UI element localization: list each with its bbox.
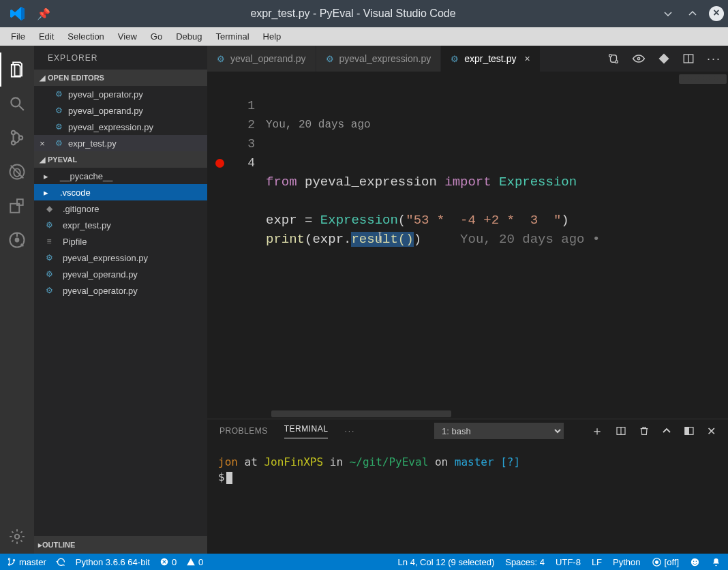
sidebar: EXPLORER ◢ OPEN EDITORS ×⚙pyeval_operato… xyxy=(34,46,207,554)
menu-selection[interactable]: Selection xyxy=(61,31,110,42)
term-prompt: $ xyxy=(218,470,225,483)
file-item[interactable]: ⚙pyeval_operand.py xyxy=(34,266,207,282)
svg-point-14 xyxy=(616,61,618,63)
pin-icon[interactable]: 📌 xyxy=(37,7,50,20)
editor-tab[interactable]: ⚙pyeval_expression.py xyxy=(316,46,442,72)
panel-layout-icon[interactable] xyxy=(684,425,695,436)
status-warnings[interactable]: 0 xyxy=(186,557,203,567)
menu-terminal[interactable]: Terminal xyxy=(209,31,256,42)
statusbar: master Python 3.6.6 64-bit 0 0 Ln 4, Col… xyxy=(0,554,728,570)
terminal-new-icon[interactable]: ＋ xyxy=(591,423,603,439)
maximize-button[interactable] xyxy=(684,5,701,22)
status-spaces[interactable]: Spaces: 4 xyxy=(505,557,545,567)
activity-scm[interactable] xyxy=(0,121,34,155)
activity-debug[interactable] xyxy=(0,155,34,189)
menu-file[interactable]: File xyxy=(4,31,32,42)
activity-extensions[interactable] xyxy=(0,189,34,223)
panel-close-icon[interactable]: ✕ xyxy=(707,425,716,438)
file-item[interactable]: ≡Pipfile xyxy=(34,233,207,250)
folder-item[interactable]: ▸.vscode xyxy=(34,184,207,200)
diamond-icon[interactable] xyxy=(658,52,670,65)
code-line[interactable]: expr = Expression("53 * -4 +2 * 3 ") xyxy=(266,211,728,230)
close-tab-icon[interactable]: × xyxy=(524,53,530,64)
open-editor-item[interactable]: ×⚙pyeval_operator.py xyxy=(34,86,207,102)
panel-more-icon[interactable]: ··· xyxy=(344,426,355,436)
status-bell-icon[interactable] xyxy=(711,557,721,567)
horizontal-scrollbar[interactable] xyxy=(271,410,451,417)
tab-label: pyeval_expression.py xyxy=(339,53,431,64)
file-item[interactable]: ⚙expr_test.py xyxy=(34,217,207,233)
file-item[interactable]: ⚙pyeval_operator.py xyxy=(34,282,207,299)
term-in: in xyxy=(323,455,350,468)
open-editor-item[interactable]: ×⚙pyeval_operand.py xyxy=(34,102,207,119)
open-editor-item[interactable]: ×⚙expr_test.py xyxy=(34,135,207,151)
open-editor-item[interactable]: ×⚙pyeval_expression.py xyxy=(34,119,207,135)
activity-gitlens[interactable] xyxy=(0,223,34,257)
chevron-down-icon: ◢ xyxy=(38,155,46,164)
close-window-button[interactable]: × xyxy=(709,6,724,21)
code-line[interactable]: from pyeval_expression import Expression xyxy=(266,172,728,192)
term-path: ~/git/PyEval xyxy=(350,455,429,468)
outline-label: OUTLINE xyxy=(42,541,75,549)
code-line[interactable]: print(expr.result()) You, 20 days ago • xyxy=(266,230,728,249)
status-branch[interactable]: master xyxy=(7,557,46,567)
file-label: pyeval_expression.py xyxy=(68,122,153,132)
panel-up-icon[interactable] xyxy=(662,426,671,436)
breakpoint-icon[interactable] xyxy=(215,159,224,168)
panel-tab-terminal[interactable]: TERMINAL xyxy=(284,424,329,438)
open-editors-header[interactable]: ◢ OPEN EDITORS xyxy=(34,70,207,86)
git-compare-icon[interactable] xyxy=(607,52,620,65)
menu-help[interactable]: Help xyxy=(256,31,288,42)
split-editor-icon[interactable] xyxy=(682,52,695,65)
panel-tab-problems[interactable]: PROBLEMS xyxy=(219,426,268,436)
minimap[interactable] xyxy=(679,74,727,84)
status-errors[interactable]: 0 xyxy=(160,557,177,567)
file-label: .gitignore xyxy=(63,204,99,214)
python-file-icon: ⚙ xyxy=(44,286,55,295)
file-item[interactable]: ◆.gitignore xyxy=(34,200,207,217)
menu-go[interactable]: Go xyxy=(144,31,169,42)
status-sync-icon[interactable] xyxy=(56,557,66,567)
status-python[interactable]: Python 3.6.6 64-bit xyxy=(76,557,150,567)
code-lens[interactable]: You, 20 days ago xyxy=(266,115,728,134)
status-feedback-icon[interactable] xyxy=(690,557,700,567)
code-editor[interactable]: 1234 You, 20 days ago from pyeval_expres… xyxy=(207,72,728,419)
menu-debug[interactable]: Debug xyxy=(169,31,209,42)
status-lang[interactable]: Python xyxy=(613,557,640,567)
python-file-icon: ⚙ xyxy=(217,54,225,64)
terminal-split-icon[interactable] xyxy=(616,425,626,436)
chevron-right-icon: ▸ xyxy=(44,171,52,181)
svg-rect-21 xyxy=(685,427,688,435)
tab-label: expr_test.py xyxy=(464,53,516,64)
more-icon[interactable]: ··· xyxy=(707,52,721,66)
code-line[interactable] xyxy=(266,192,728,211)
terminal-body[interactable]: jon at JonFinXPS in ~/git/PyEval on mast… xyxy=(207,442,728,554)
activity-search[interactable] xyxy=(0,87,34,121)
activity-explorer[interactable] xyxy=(0,52,34,87)
project-header[interactable]: ◢ PYEVAL xyxy=(34,151,207,168)
outline-header[interactable]: ▸ OUTLINE xyxy=(34,536,207,554)
terminal-selector[interactable]: 1: bash xyxy=(434,423,564,439)
status-live[interactable]: [off] xyxy=(652,557,679,567)
file-item[interactable]: ⚙pyeval_expression.py xyxy=(34,250,207,266)
python-file-icon: ⚙ xyxy=(44,269,55,279)
svg-point-11 xyxy=(16,239,19,242)
python-file-icon: ⚙ xyxy=(44,220,55,230)
gitlens-toggle-icon[interactable] xyxy=(632,54,646,63)
status-encoding[interactable]: UTF-8 xyxy=(556,557,581,567)
minimize-button[interactable] xyxy=(660,5,676,22)
svg-point-23 xyxy=(8,564,10,565)
status-eol[interactable]: LF xyxy=(592,557,602,567)
terminal-kill-icon[interactable] xyxy=(639,425,650,436)
folder-item[interactable]: ▸__pycache__ xyxy=(34,168,207,184)
status-lncol[interactable]: Ln 4, Col 12 (9 selected) xyxy=(398,557,495,567)
activity-settings[interactable] xyxy=(0,520,34,554)
menu-view[interactable]: View xyxy=(111,31,144,42)
editor-tab[interactable]: ⚙yeval_operand.py xyxy=(207,46,316,72)
python-file-icon: ⚙ xyxy=(53,138,64,148)
menu-edit[interactable]: Edit xyxy=(32,31,61,42)
panel: PROBLEMS TERMINAL ··· 1: bash ＋ ✕ xyxy=(207,419,728,554)
editor-toolbar: ··· xyxy=(601,46,728,72)
editor-tab[interactable]: ⚙expr_test.py× xyxy=(441,46,540,72)
close-icon[interactable]: × xyxy=(37,138,48,149)
